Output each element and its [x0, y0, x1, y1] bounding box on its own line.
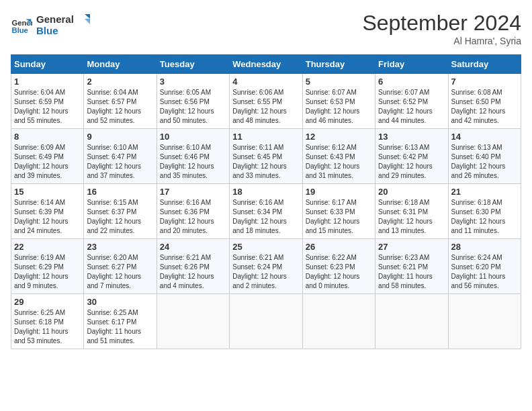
- day-cell: 23Sunrise: 6:20 AMSunset: 6:27 PMDayligh…: [84, 239, 157, 294]
- day-number: 4: [232, 77, 299, 87]
- day-cell: 9Sunrise: 6:10 AMSunset: 6:47 PMDaylight…: [84, 129, 157, 184]
- day-info: Sunrise: 6:10 AMSunset: 6:46 PMDaylight:…: [160, 144, 214, 179]
- day-info: Sunrise: 6:06 AMSunset: 6:55 PMDaylight:…: [232, 89, 287, 124]
- svg-text:Blue: Blue: [36, 25, 58, 36]
- week-row-4: 22Sunrise: 6:19 AMSunset: 6:29 PMDayligh…: [11, 239, 521, 294]
- day-cell: 11Sunrise: 6:11 AMSunset: 6:45 PMDayligh…: [230, 129, 302, 184]
- location: Al Hamra', Syria: [362, 36, 521, 46]
- day-info: Sunrise: 6:04 AMSunset: 6:59 PMDaylight:…: [14, 89, 69, 124]
- day-info: Sunrise: 6:07 AMSunset: 6:53 PMDaylight:…: [306, 89, 360, 124]
- day-cell: 8Sunrise: 6:09 AMSunset: 6:49 PMDaylight…: [11, 129, 84, 184]
- day-number: 14: [451, 132, 518, 142]
- day-info: Sunrise: 6:23 AMSunset: 6:21 PMDaylight:…: [378, 254, 433, 289]
- day-info: Sunrise: 6:21 AMSunset: 6:24 PMDaylight:…: [232, 254, 287, 289]
- day-cell: 5Sunrise: 6:07 AMSunset: 6:53 PMDaylight…: [302, 74, 375, 129]
- day-cell: 12Sunrise: 6:12 AMSunset: 6:43 PMDayligh…: [302, 129, 375, 184]
- day-cell: 7Sunrise: 6:08 AMSunset: 6:50 PMDaylight…: [448, 74, 521, 129]
- day-number: 30: [87, 297, 153, 307]
- col-header-thursday: Thursday: [302, 55, 375, 74]
- day-info: Sunrise: 6:25 AMSunset: 6:17 PMDaylight:…: [87, 309, 141, 345]
- week-row-3: 15Sunrise: 6:14 AMSunset: 6:39 PMDayligh…: [11, 184, 521, 239]
- day-info: Sunrise: 6:16 AMSunset: 6:36 PMDaylight:…: [160, 199, 214, 234]
- day-number: 21: [451, 187, 518, 197]
- day-cell: 26Sunrise: 6:22 AMSunset: 6:23 PMDayligh…: [302, 239, 375, 294]
- day-number: 8: [14, 132, 81, 142]
- day-cell: 30Sunrise: 6:25 AMSunset: 6:17 PMDayligh…: [84, 294, 157, 349]
- day-number: 13: [378, 132, 445, 142]
- day-number: 10: [160, 132, 226, 142]
- title-area: September 2024 Al Hamra', Syria: [362, 11, 521, 46]
- day-number: 20: [378, 187, 445, 197]
- day-number: 9: [87, 132, 153, 142]
- day-cell: 27Sunrise: 6:23 AMSunset: 6:21 PMDayligh…: [375, 239, 448, 294]
- day-number: 26: [306, 242, 372, 252]
- col-header-wednesday: Wednesday: [230, 55, 302, 74]
- svg-text:Blue: Blue: [12, 26, 28, 34]
- day-info: Sunrise: 6:15 AMSunset: 6:37 PMDaylight:…: [87, 199, 141, 234]
- week-row-2: 8Sunrise: 6:09 AMSunset: 6:49 PMDaylight…: [11, 129, 521, 184]
- day-cell: 2Sunrise: 6:04 AMSunset: 6:57 PMDaylight…: [84, 74, 157, 129]
- day-cell: 14Sunrise: 6:13 AMSunset: 6:40 PMDayligh…: [448, 129, 521, 184]
- day-info: Sunrise: 6:22 AMSunset: 6:23 PMDaylight:…: [306, 254, 360, 289]
- day-info: Sunrise: 6:10 AMSunset: 6:47 PMDaylight:…: [87, 144, 141, 179]
- svg-text:General: General: [36, 13, 74, 25]
- col-header-sunday: Sunday: [11, 55, 84, 74]
- day-info: Sunrise: 6:07 AMSunset: 6:52 PMDaylight:…: [378, 89, 433, 124]
- day-info: Sunrise: 6:21 AMSunset: 6:26 PMDaylight:…: [160, 254, 214, 289]
- day-number: 11: [232, 132, 299, 142]
- day-number: 19: [306, 187, 372, 197]
- day-number: 25: [232, 242, 299, 252]
- day-info: Sunrise: 6:18 AMSunset: 6:31 PMDaylight:…: [378, 199, 433, 234]
- logo: General Blue General Blue: [11, 11, 90, 40]
- day-number: 22: [14, 242, 81, 252]
- logo-svg: General Blue: [36, 11, 90, 38]
- day-cell: 25Sunrise: 6:21 AMSunset: 6:24 PMDayligh…: [230, 239, 302, 294]
- day-number: 12: [306, 132, 372, 142]
- day-info: Sunrise: 6:09 AMSunset: 6:49 PMDaylight:…: [14, 144, 69, 179]
- day-info: Sunrise: 6:20 AMSunset: 6:27 PMDaylight:…: [87, 254, 141, 289]
- day-number: 15: [14, 187, 81, 197]
- day-cell: [448, 294, 521, 349]
- col-header-tuesday: Tuesday: [157, 55, 229, 74]
- day-info: Sunrise: 6:11 AMSunset: 6:45 PMDaylight:…: [232, 144, 287, 179]
- day-info: Sunrise: 6:13 AMSunset: 6:42 PMDaylight:…: [378, 144, 433, 179]
- day-number: 5: [306, 77, 372, 87]
- day-info: Sunrise: 6:18 AMSunset: 6:30 PMDaylight:…: [451, 199, 506, 234]
- day-cell: 22Sunrise: 6:19 AMSunset: 6:29 PMDayligh…: [11, 239, 84, 294]
- day-cell: 1Sunrise: 6:04 AMSunset: 6:59 PMDaylight…: [11, 74, 84, 129]
- day-cell: 19Sunrise: 6:17 AMSunset: 6:33 PMDayligh…: [302, 184, 375, 239]
- day-info: Sunrise: 6:17 AMSunset: 6:33 PMDaylight:…: [306, 199, 360, 234]
- header-row: SundayMondayTuesdayWednesdayThursdayFrid…: [11, 55, 521, 74]
- month-title: September 2024: [362, 11, 521, 36]
- day-number: 1: [14, 77, 81, 87]
- day-number: 2: [87, 77, 153, 87]
- day-cell: 6Sunrise: 6:07 AMSunset: 6:52 PMDaylight…: [375, 74, 448, 129]
- page-header: General Blue General Blue September 2024…: [11, 11, 521, 46]
- day-cell: 17Sunrise: 6:16 AMSunset: 6:36 PMDayligh…: [157, 184, 229, 239]
- day-number: 18: [232, 187, 299, 197]
- day-info: Sunrise: 6:19 AMSunset: 6:29 PMDaylight:…: [14, 254, 69, 289]
- day-cell: 18Sunrise: 6:16 AMSunset: 6:34 PMDayligh…: [230, 184, 302, 239]
- logo-icon: General Blue: [11, 15, 32, 36]
- day-cell: 10Sunrise: 6:10 AMSunset: 6:46 PMDayligh…: [157, 129, 229, 184]
- week-row-5: 29Sunrise: 6:25 AMSunset: 6:18 PMDayligh…: [11, 294, 521, 349]
- day-cell: [375, 294, 448, 349]
- day-cell: [302, 294, 375, 349]
- day-info: Sunrise: 6:14 AMSunset: 6:39 PMDaylight:…: [14, 199, 69, 234]
- svg-marker-6: [85, 14, 90, 19]
- day-cell: 20Sunrise: 6:18 AMSunset: 6:31 PMDayligh…: [375, 184, 448, 239]
- day-cell: 28Sunrise: 6:24 AMSunset: 6:20 PMDayligh…: [448, 239, 521, 294]
- svg-marker-7: [85, 19, 90, 24]
- calendar-table: SundayMondayTuesdayWednesdayThursdayFrid…: [11, 54, 521, 349]
- day-info: Sunrise: 6:24 AMSunset: 6:20 PMDaylight:…: [451, 254, 506, 289]
- day-number: 16: [87, 187, 153, 197]
- col-header-monday: Monday: [84, 55, 157, 74]
- day-cell: 4Sunrise: 6:06 AMSunset: 6:55 PMDaylight…: [230, 74, 302, 129]
- col-header-friday: Friday: [375, 55, 448, 74]
- day-cell: 21Sunrise: 6:18 AMSunset: 6:30 PMDayligh…: [448, 184, 521, 239]
- day-cell: 3Sunrise: 6:05 AMSunset: 6:56 PMDaylight…: [157, 74, 229, 129]
- day-number: 24: [160, 242, 226, 252]
- day-cell: [230, 294, 302, 349]
- day-cell: 16Sunrise: 6:15 AMSunset: 6:37 PMDayligh…: [84, 184, 157, 239]
- day-number: 7: [451, 77, 518, 87]
